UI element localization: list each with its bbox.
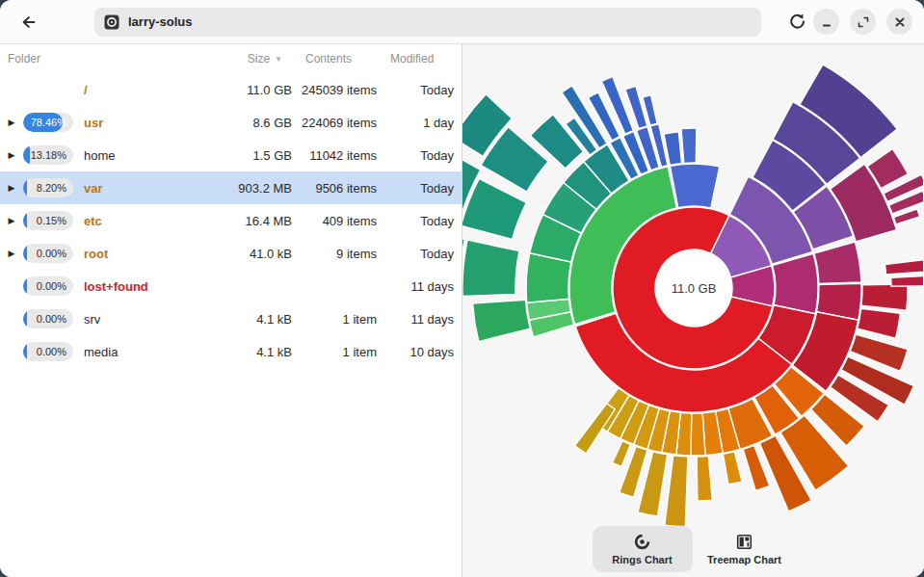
column-header-contents[interactable]: Contents [292, 52, 352, 66]
usage-percent-label: 0.00% [23, 342, 73, 361]
expander-icon[interactable]: ▶ [0, 249, 23, 258]
back-button[interactable] [12, 6, 44, 39]
folder-tree-pane: Folder Size ▼ Contents Modified ▶ / 11.0… [0, 44, 462, 577]
disk-usage-analyzer-window: larry-solus [0, 0, 924, 577]
folder-modified: Today [377, 83, 454, 97]
table-row[interactable]: ▶ 0.00% lost+found 11 days [0, 270, 462, 302]
sort-descending-icon: ▼ [275, 55, 282, 64]
folder-size: 1.5 GB [186, 148, 292, 163]
rings-chart-segment[interactable] [723, 452, 742, 485]
table-row[interactable]: ▶ 78.46% usr 8.6 GB 224069 items 1 day [0, 106, 462, 139]
folder-size: 11.0 GB [186, 83, 292, 97]
folder-rows: ▶ / 11.0 GB 245039 items Today ▶ 78.46% … [0, 73, 462, 368]
folder-name: / [77, 83, 186, 97]
table-row[interactable]: ▶ 0.15% etc 16.4 MB 409 items Today [0, 204, 462, 237]
folder-name: srv [77, 312, 186, 327]
folder-modified: Today [377, 181, 454, 196]
folder-name: home [77, 148, 186, 163]
rings-chart-segment[interactable] [462, 240, 519, 296]
back-arrow-icon [19, 13, 37, 31]
refresh-icon [788, 13, 806, 31]
close-icon [894, 16, 906, 28]
table-row[interactable]: ▶ 8.20% var 903.2 MB 9506 items Today [0, 171, 462, 204]
folder-modified: Today [377, 247, 454, 261]
rings-chart-segment[interactable] [891, 275, 923, 286]
folder-name: var [77, 181, 186, 196]
rings-chart-segment[interactable] [773, 253, 818, 313]
folder-modified: 1 day [377, 116, 454, 130]
minimize-icon [821, 16, 832, 28]
folder-name: lost+found [77, 279, 186, 294]
rescan-button[interactable] [780, 6, 813, 39]
folder-modified: 11 days [377, 279, 454, 294]
folder-size: 4.1 kB [186, 345, 292, 359]
folder-contents: 9506 items [292, 181, 377, 196]
table-row[interactable]: ▶ 0.00% media 4.1 kB 1 item 10 days [0, 335, 462, 368]
rings-chart-segment[interactable] [665, 456, 688, 527]
column-header-size[interactable]: Size ▼ [248, 52, 282, 66]
rings-chart-button[interactable]: Rings Chart [593, 526, 693, 572]
usage-percent-badge: 0.00% [23, 342, 73, 361]
expander-icon[interactable]: ▶ [0, 217, 23, 225]
folder-modified: Today [377, 214, 454, 228]
folder-contents: 409 items [292, 214, 377, 228]
usage-percent-label: 0.00% [23, 309, 73, 328]
rings-chart-segment[interactable] [670, 164, 719, 208]
disk-usage-icon [104, 14, 119, 30]
folder-size: 8.6 GB [186, 116, 292, 130]
rings-chart-label: Rings Chart [612, 554, 672, 565]
restore-button[interactable] [850, 9, 876, 35]
folder-size: 4.1 kB [186, 312, 292, 327]
window-controls [813, 9, 912, 35]
folder-size: 903.2 MB [186, 181, 292, 196]
folder-contents: 224069 items [292, 116, 377, 130]
rings-chart-segment[interactable] [697, 456, 712, 501]
treemap-chart-button[interactable]: Treemap Chart [695, 526, 795, 572]
folder-contents: 1 item [292, 345, 377, 359]
rings-chart[interactable] [462, 44, 923, 577]
treemap-chart-label: Treemap Chart [707, 554, 781, 565]
rings-chart-center [657, 251, 731, 326]
usage-percent-label: 0.15% [23, 211, 73, 230]
column-header-modified[interactable]: Modified [377, 52, 434, 66]
chart-pane: 11.0 GB Rings Chart Tre [462, 44, 924, 577]
folder-name: root [77, 247, 186, 261]
titlebar: larry-solus [0, 0, 924, 44]
table-row[interactable]: ▶ 0.00% srv 4.1 kB 1 item 11 days [0, 302, 462, 335]
rings-chart-segment[interactable] [681, 128, 697, 163]
rings-chart-segment[interactable] [473, 300, 531, 341]
usage-percent-label: 78.46% [23, 113, 73, 132]
table-row[interactable]: ▶ / 11.0 GB 245039 items Today [0, 73, 462, 106]
column-header-folder[interactable]: Folder [0, 52, 186, 66]
usage-percent-badge: 0.15% [23, 211, 73, 230]
usage-percent-badge: 13.18% [23, 145, 73, 165]
folder-size: 16.4 MB [186, 214, 292, 228]
main-content: Folder Size ▼ Contents Modified ▶ / 11.0… [0, 44, 924, 577]
expander-icon[interactable]: ▶ [0, 184, 23, 193]
rings-chart-segment[interactable] [885, 257, 924, 275]
rings-chart-segment[interactable] [613, 441, 631, 467]
usage-percent-badge: 0.00% [23, 276, 73, 296]
usage-percent-label: 13.18% [23, 145, 73, 165]
expander-icon[interactable]: ▶ [0, 151, 23, 160]
rings-chart-segment[interactable] [691, 413, 705, 456]
folder-name: usr [77, 116, 186, 130]
close-button[interactable] [886, 9, 912, 35]
rings-chart-segment[interactable] [861, 284, 908, 310]
usage-percent-label: 0.00% [23, 276, 73, 296]
rings-chart-segment[interactable] [858, 308, 901, 338]
table-row[interactable]: ▶ 13.18% home 1.5 GB 11042 items Today [0, 139, 462, 171]
expander-icon[interactable]: ▶ [0, 118, 23, 127]
folder-name: media [77, 345, 186, 359]
usage-percent-badge: 8.20% [23, 178, 73, 197]
minimize-button[interactable] [813, 9, 839, 35]
location-entry[interactable]: larry-solus [94, 8, 761, 37]
rings-chart-segment[interactable] [814, 242, 861, 284]
folder-contents: 9 items [292, 247, 377, 261]
usage-percent-badge: 0.00% [23, 309, 73, 328]
restore-icon [858, 16, 869, 28]
scan-location-title: larry-solus [128, 14, 192, 29]
folder-name: etc [77, 214, 186, 228]
table-row[interactable]: ▶ 0.00% root 41.0 kB 9 items Today [0, 237, 462, 270]
folder-contents: 245039 items [292, 83, 377, 97]
